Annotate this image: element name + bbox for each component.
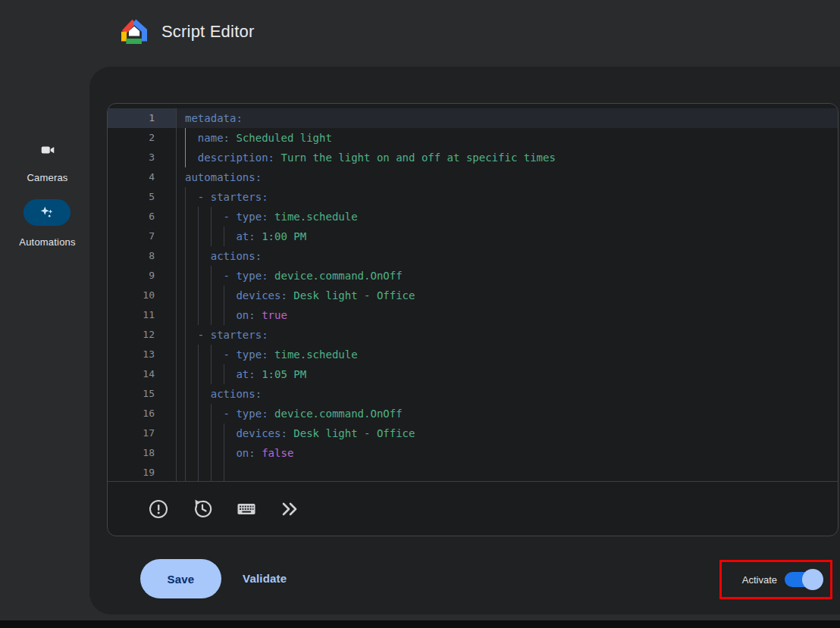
line-number: 11 <box>108 305 177 325</box>
editor-toolbar <box>108 482 838 536</box>
sidebar: Cameras Automations <box>0 67 95 614</box>
code-text: description: Turn the light on and off a… <box>177 148 838 167</box>
code-text: at: 1:00 PM <box>177 227 838 246</box>
code-text: actions: <box>177 384 838 404</box>
code-text: - type: time.schedule <box>177 207 838 227</box>
code-text: at: 1:05 PM <box>177 364 838 384</box>
line-number: 5 <box>108 187 177 207</box>
code-line[interactable]: 1metadata: <box>108 108 838 128</box>
code-line[interactable]: 3 description: Turn the light on and off… <box>108 148 838 167</box>
line-number: 2 <box>108 128 177 148</box>
code-text <box>177 463 838 481</box>
line-number: 8 <box>108 246 177 266</box>
activate-highlight-box: Activate <box>719 560 832 599</box>
code-text: - type: device.command.OnOff <box>177 266 838 286</box>
code-line[interactable]: 5 - starters: <box>108 187 838 207</box>
code-line[interactable]: 10 devices: Desk light - Office <box>108 286 838 305</box>
sidebar-item-cameras[interactable]: Cameras <box>0 172 95 183</box>
validate-button[interactable]: Validate <box>243 570 287 587</box>
activate-toggle[interactable] <box>785 572 820 587</box>
line-number: 9 <box>108 266 177 286</box>
line-number: 14 <box>108 364 177 384</box>
error-icon[interactable] <box>148 498 169 520</box>
code-line[interactable]: 16 - type: device.command.OnOff <box>108 404 838 423</box>
code-line[interactable]: 9 - type: device.command.OnOff <box>108 266 838 286</box>
code-text: actions: <box>177 246 838 266</box>
google-home-logo <box>121 18 147 44</box>
code-text: - type: device.command.OnOff <box>177 404 838 423</box>
code-text: automations: <box>177 167 838 187</box>
code-line[interactable]: 18 on: false <box>108 443 838 463</box>
code-line[interactable]: 15 actions: <box>108 384 838 404</box>
code-text: devices: Desk light - Office <box>177 286 838 305</box>
line-number: 19 <box>108 463 177 481</box>
code-line[interactable]: 12 - starters: <box>108 325 838 345</box>
line-number: 17 <box>108 423 177 443</box>
code-line[interactable]: 2 name: Scheduled light <box>108 128 838 148</box>
keyboard-icon[interactable] <box>236 498 257 520</box>
code-line[interactable]: 8 actions: <box>108 246 838 266</box>
code-text: on: false <box>177 443 838 463</box>
history-icon[interactable] <box>192 498 213 520</box>
code-line[interactable]: 14 at: 1:05 PM <box>108 364 838 384</box>
script-editor[interactable]: 1metadata:2 name: Scheduled light3 descr… <box>107 103 838 536</box>
code-area[interactable]: 1metadata:2 name: Scheduled light3 descr… <box>108 104 838 481</box>
line-number: 6 <box>108 207 177 227</box>
line-number: 4 <box>108 167 177 187</box>
code-text: on: true <box>177 305 838 325</box>
code-line[interactable]: 17 devices: Desk light - Office <box>108 423 838 443</box>
line-number: 10 <box>108 286 177 305</box>
sparkle-icon <box>39 205 55 221</box>
code-text: - starters: <box>177 187 838 207</box>
more-chevrons-icon[interactable] <box>280 498 301 520</box>
line-number: 18 <box>108 443 177 463</box>
sidebar-item-automations[interactable]: Automations <box>0 236 95 248</box>
code-line[interactable]: 4automations: <box>108 167 838 187</box>
save-button[interactable]: Save <box>140 559 221 598</box>
page-title: Script Editor <box>161 22 254 42</box>
code-line[interactable]: 11 on: true <box>108 305 838 325</box>
line-number: 3 <box>108 148 177 167</box>
code-text: - starters: <box>177 325 838 345</box>
activate-label: Activate <box>742 574 777 586</box>
line-number: 13 <box>108 345 177 364</box>
code-line[interactable]: 6 - type: time.schedule <box>108 207 838 227</box>
code-text: metadata: <box>177 108 838 128</box>
code-line[interactable]: 19 <box>108 463 838 481</box>
line-number: 12 <box>108 325 177 345</box>
code-text: devices: Desk light - Office <box>177 423 838 443</box>
line-number: 16 <box>108 404 177 423</box>
toggle-knob <box>802 569 823 590</box>
code-line[interactable]: 13 - type: time.schedule <box>108 345 838 364</box>
sidebar-item-automations-pill[interactable] <box>24 199 71 226</box>
code-line[interactable]: 7 at: 1:00 PM <box>108 227 838 246</box>
line-number: 15 <box>108 384 177 404</box>
line-number: 1 <box>108 108 177 128</box>
code-text: name: Scheduled light <box>177 128 838 148</box>
code-text: - type: time.schedule <box>177 345 838 364</box>
camera-icon[interactable] <box>39 142 56 158</box>
window-bottom-strip <box>0 620 840 628</box>
line-number: 7 <box>108 227 177 246</box>
